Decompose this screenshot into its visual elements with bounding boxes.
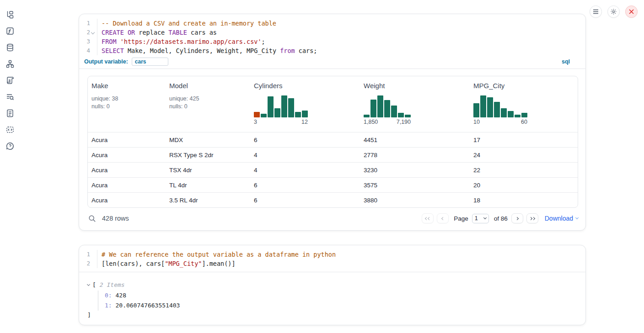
line-number: 2 xyxy=(79,28,90,37)
line-number: 1 xyxy=(79,250,90,259)
table-row[interactable]: AcuraMDX6445117 xyxy=(88,132,578,147)
table-body: AcuraMDX6445117AcuraRSX Type S 2dr427782… xyxy=(88,132,578,207)
code-text: # We can reference the output variable a… xyxy=(97,250,336,259)
fold-chevron-icon[interactable] xyxy=(91,31,95,34)
snippets-icon[interactable] xyxy=(5,125,15,134)
page-of-label: of 86 xyxy=(494,215,508,222)
fold-slot xyxy=(90,28,96,37)
table-cell: 24 xyxy=(470,148,578,162)
histogram-bar[interactable] xyxy=(274,108,280,117)
table-cell: 4451 xyxy=(360,132,470,147)
histogram-bar[interactable] xyxy=(405,115,411,117)
column-header[interactable]: Makeunique: 38nulls: 0 xyxy=(88,76,166,132)
table-row[interactable]: Acura3.5 RL 4dr6388018 xyxy=(88,192,578,207)
histogram-bars xyxy=(473,95,527,117)
table-row[interactable]: AcuraTSX 4dr4323022 xyxy=(88,162,578,177)
file-tree-icon[interactable] xyxy=(5,10,15,19)
dependency-graph-icon[interactable] xyxy=(5,59,15,69)
histogram-bar[interactable] xyxy=(295,112,301,117)
column-header[interactable]: Cylinders312 xyxy=(250,76,360,132)
histogram-bar[interactable] xyxy=(398,113,404,117)
histogram-bar[interactable] xyxy=(487,97,493,117)
sql-code-editor[interactable]: 1-- Download a CSV and create an in-memo… xyxy=(79,14,585,56)
histogram-bar[interactable] xyxy=(384,100,390,117)
histogram-bar[interactable] xyxy=(480,95,486,117)
histogram-bar[interactable] xyxy=(261,114,267,117)
histogram-bar[interactable] xyxy=(515,115,521,117)
histogram-bar[interactable] xyxy=(281,95,287,117)
row-count: 428 rows xyxy=(102,215,129,222)
code-text: -- Download a CSV and create an in-memor… xyxy=(97,19,276,28)
histogram-max-label: 60 xyxy=(521,119,527,125)
table-cell: 2778 xyxy=(360,148,470,162)
histogram-max-label: 12 xyxy=(301,119,308,125)
python-code-editor[interactable]: 1# We can reference the output variable … xyxy=(79,245,585,272)
histogram-axis: 1,8507,190 xyxy=(364,119,411,125)
line-number: 2 xyxy=(79,259,90,268)
output-variable-input[interactable] xyxy=(132,58,168,66)
fold-slot xyxy=(90,37,96,46)
code-line: 1# We can reference the output variable … xyxy=(79,250,585,259)
histogram-bars xyxy=(364,95,411,117)
table-row[interactable]: AcuraTL 4dr6357520 xyxy=(88,177,578,192)
first-page-button[interactable] xyxy=(422,213,434,223)
sidebar xyxy=(0,0,20,333)
table-cell: 3230 xyxy=(360,163,470,177)
line-number: 4 xyxy=(79,46,90,55)
logs-icon[interactable] xyxy=(5,92,15,101)
table-cell: 18 xyxy=(470,193,578,207)
tree-open-bracket: [ xyxy=(92,280,96,290)
histogram-bar[interactable] xyxy=(501,108,507,117)
code-text: FROM 'https://datasets.marimo.app/cars.c… xyxy=(97,37,265,46)
column-header[interactable]: Modelunique: 425nulls: 0 xyxy=(166,76,250,132)
histogram-bar[interactable] xyxy=(391,106,397,117)
histogram-bars xyxy=(254,95,308,117)
page-select[interactable]: 1 xyxy=(472,214,489,223)
database-icon[interactable] xyxy=(5,43,15,52)
histogram-bar[interactable] xyxy=(508,111,514,117)
tree-collapse-icon[interactable] xyxy=(87,283,90,286)
fold-slot xyxy=(90,250,96,259)
code-line: 3FROM 'https://datasets.marimo.app/cars.… xyxy=(79,37,585,46)
histogram-bar[interactable] xyxy=(370,100,376,117)
tree-close-bracket: ] xyxy=(87,311,577,320)
close-icon[interactable] xyxy=(625,5,638,18)
histogram-bar[interactable] xyxy=(288,98,294,117)
histogram-bar[interactable] xyxy=(254,112,260,117)
column-stats: unique: 425nulls: 0 xyxy=(169,95,247,110)
fold-slot xyxy=(90,46,96,55)
table-cell: Acura xyxy=(88,163,166,177)
code-line: 4SELECT Make, Model, Cylinders, Weight, … xyxy=(79,46,585,55)
histogram-min-label: 10 xyxy=(473,119,480,125)
column-name: MPG_City xyxy=(473,82,574,92)
histogram-bar[interactable] xyxy=(521,113,527,117)
next-page-button[interactable] xyxy=(511,213,523,223)
fold-slot xyxy=(90,259,96,268)
table-row[interactable]: AcuraRSX Type S 2dr4277824 xyxy=(88,147,578,162)
download-button[interactable]: Download xyxy=(545,215,578,222)
histogram-bar[interactable] xyxy=(377,95,383,117)
search-icon[interactable] xyxy=(88,215,96,222)
line-number: 1 xyxy=(79,19,90,28)
table-cell: 6 xyxy=(250,132,360,147)
last-page-button[interactable] xyxy=(526,213,538,223)
table-cell: 3575 xyxy=(360,178,470,192)
previous-page-button[interactable] xyxy=(437,213,449,223)
column-header[interactable]: Weight1,8507,190 xyxy=(360,76,470,132)
help-icon[interactable] xyxy=(5,142,15,151)
histogram-bar[interactable] xyxy=(268,96,274,117)
table-cell: 3.5 RL 4dr xyxy=(166,193,250,207)
menu-icon[interactable] xyxy=(590,5,602,18)
documentation-icon[interactable] xyxy=(5,109,15,118)
histogram-bar[interactable] xyxy=(473,103,479,117)
histogram-bar[interactable] xyxy=(302,111,308,117)
histogram-bar[interactable] xyxy=(494,102,500,117)
settings-gear-icon[interactable] xyxy=(607,5,620,18)
functions-icon[interactable] xyxy=(5,26,15,36)
histogram-bar[interactable] xyxy=(364,115,370,117)
table-cell: 4 xyxy=(250,148,360,162)
column-name: Make xyxy=(91,82,162,92)
scratchpad-icon[interactable] xyxy=(5,76,15,85)
table-cell: Acura xyxy=(88,148,166,162)
column-header[interactable]: MPG_City1060 xyxy=(470,76,578,132)
